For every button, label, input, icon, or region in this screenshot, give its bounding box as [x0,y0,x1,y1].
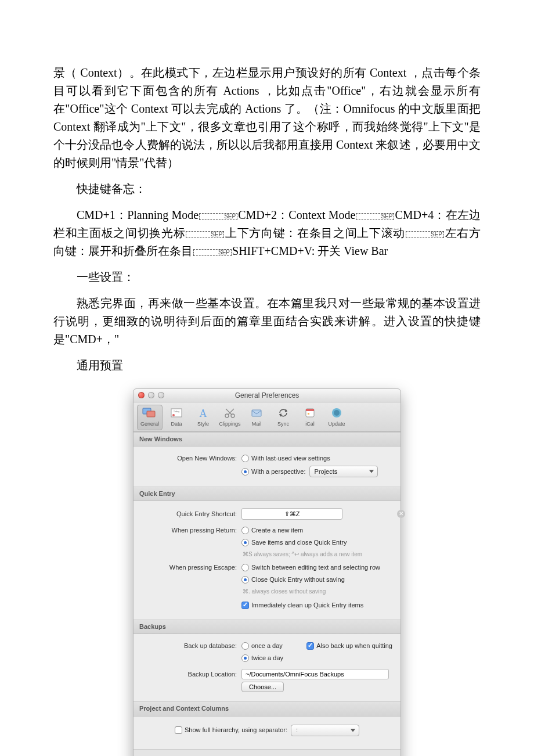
minimize-icon[interactable] [148,392,154,398]
radio-text: With a perspective: [251,467,306,477]
choose-button[interactable]: Choose... [241,682,284,692]
svg-text:Today: Today [174,410,180,413]
separator-glyph: SEP [356,213,394,220]
radio-text: once a day [251,641,283,651]
backup-location-label: Backup Location: [142,669,241,679]
toolbar-item-ical[interactable]: iCal [297,405,323,430]
separator-glyph: SEP [186,231,224,238]
general-icon [142,406,157,419]
popup-value: Projects [315,467,338,477]
body-paragraph: 熟悉完界面，再来做一些基本设置。在本篇里我只对一些最常规的基本设置进行说明，更细… [53,294,481,348]
toolbar-item-update[interactable]: Update [324,405,349,430]
body-paragraph: 景（ Context）。在此模式下，左边栏显示用户预设好的所有 Context … [53,64,481,172]
radio-text: With last-used view settings [251,453,330,463]
svg-point-13 [334,410,340,416]
text-run: CMD+1：Planning Mode [77,208,199,221]
svg-rect-10 [306,409,314,411]
toolbar-label: Mail [252,420,262,429]
style-icon: A [196,406,211,419]
toolbar-label: Update [328,420,345,429]
checkbox-input[interactable] [306,642,314,650]
toolbar-label: General [140,420,159,429]
radio-input[interactable] [241,539,249,546]
section-header-quick-entry: Quick Entry [134,487,400,501]
radio-text: Create a new item [251,525,303,535]
text-run: CMD+2：Context Mode [238,208,355,221]
checkbox-show-hierarchy[interactable]: Show full hierarchy, using separator: [175,725,287,735]
radio-text: Switch between editing text and selectin… [251,563,380,573]
open-new-windows-label: Open New Windows: [142,453,241,463]
radio-twice-a-day[interactable]: twice a day [241,653,283,663]
section-header-backups: Backups [134,620,400,634]
document-page: 景（ Context）。在此模式下，左边栏显示用户预设好的所有 Context … [0,0,534,756]
section-header-new-windows: New Windows [134,432,400,447]
pressing-escape-label: When pressing Escape: [142,563,241,573]
radio-create-item[interactable]: Create a new item [241,525,303,535]
radio-input[interactable] [241,654,249,662]
radio-text: twice a day [251,653,283,663]
radio-close-without-saving[interactable]: Close Quick Entry without saving [241,575,345,585]
escape-hint: ⌘. always closes without saving [241,587,326,596]
radio-input[interactable] [241,527,249,534]
radio-text: Save items and close Quick Entry [251,538,347,548]
svg-rect-1 [147,411,155,417]
radio-input[interactable] [241,642,249,650]
sync-icon [276,406,291,419]
svg-rect-8 [252,410,261,416]
checkbox-input[interactable] [241,602,249,609]
toolbar-item-sync[interactable]: Sync [270,405,296,430]
section-header-columns: Project and Context Columns [134,701,400,716]
radio-input[interactable] [241,455,249,462]
toolbar-label: iCal [305,420,315,429]
toolbar-label: Clippings [219,420,240,429]
return-hint: ⌘S always saves; ^↩ always adds a new it… [241,550,362,559]
radio-switch-editing[interactable]: Switch between editing text and selectin… [241,563,380,573]
checkbox-text: Show full hierarchy, using separator: [185,725,287,735]
toolbar-item-style[interactable]: A Style [190,405,216,430]
popup-value: : [296,725,298,735]
radio-once-a-day[interactable]: once a day [241,641,283,651]
radio-perspective[interactable]: With a perspective: [241,467,306,477]
radio-input[interactable] [241,564,249,571]
checkbox-text: Immediately clean up Quick Entry items [251,600,363,610]
bottom-bar: Reset ? [134,749,400,757]
mail-icon [249,406,264,419]
checkbox-cleanup[interactable]: Immediately clean up Quick Entry items [241,600,363,610]
data-icon: Today [169,406,184,419]
backup-location-field[interactable] [241,669,389,679]
radio-text: Close Quick Entry without saving [251,575,345,585]
perspective-popup[interactable]: Projects [309,466,378,477]
toolbar-item-data[interactable]: Today Data [164,405,189,430]
checkbox-input[interactable] [175,726,182,734]
separator-popup[interactable]: : [291,725,359,736]
svg-point-4 [172,414,175,416]
svg-rect-11 [308,413,309,415]
checkbox-backup-on-quit[interactable]: Also back up when quitting [306,641,392,651]
radio-save-close[interactable]: Save items and close Quick Entry [241,538,347,548]
backup-db-label: Back up database: [142,641,241,651]
close-icon[interactable] [138,392,145,398]
toolbar-item-mail[interactable]: Mail [244,405,269,430]
ical-icon [302,406,317,419]
traffic-lights [138,392,164,398]
pressing-return-label: When pressing Return: [142,525,241,535]
toolbar-label: Data [171,420,182,429]
body-paragraph: 通用预置 [53,357,481,375]
radio-last-used[interactable]: With last-used view settings [241,453,330,463]
preferences-pane: New Windows Open New Windows: With last-… [134,432,400,749]
toolbar-item-general[interactable]: General [137,405,163,430]
clippings-icon [222,406,237,419]
toolbar-label: Style [197,420,209,429]
toolbar-item-clippings[interactable]: Clippings [217,405,243,430]
clear-shortcut-icon[interactable]: ✕ [397,510,405,518]
quick-entry-shortcut-field[interactable] [241,508,342,520]
preferences-window: General Preferences General Today Data A… [133,388,401,756]
checkbox-text: Also back up when quitting [316,641,392,651]
radio-input[interactable] [241,576,249,584]
zoom-icon[interactable] [158,392,164,398]
radio-input[interactable] [241,468,249,476]
separator-glyph: SEP [193,249,232,256]
update-icon [329,406,344,419]
body-paragraph: 快捷键备忘： [53,180,481,198]
separator-glyph: SEP [406,231,444,238]
